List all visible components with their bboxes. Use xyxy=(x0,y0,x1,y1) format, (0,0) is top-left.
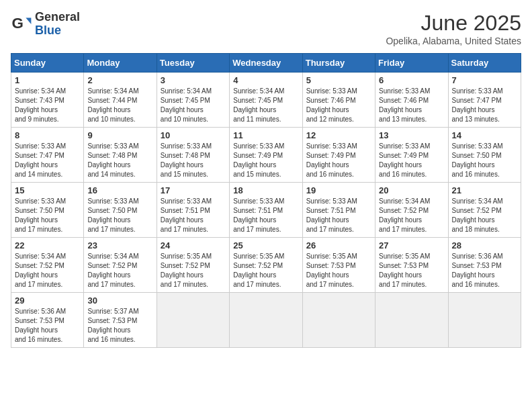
daylight-label: Daylight hours xyxy=(452,161,495,169)
week-row-4: 22 Sunrise: 5:34 AM Sunset: 7:52 PM Dayl… xyxy=(11,238,521,293)
day-number: 10 xyxy=(161,130,226,140)
day-number: 17 xyxy=(161,185,226,195)
day-info: Sunrise: 5:33 AM Sunset: 7:46 PM Dayligh… xyxy=(379,87,444,124)
week-row-5: 29 Sunrise: 5:36 AM Sunset: 7:53 PM Dayl… xyxy=(11,293,521,348)
daylight-duration: and 17 minutes. xyxy=(233,226,281,233)
day-info: Sunrise: 5:34 AM Sunset: 7:52 PM Dayligh… xyxy=(15,252,80,289)
daylight-label: Daylight hours xyxy=(15,216,58,224)
calendar-cell xyxy=(157,293,229,348)
sunset-label: Sunset: 7:46 PM xyxy=(379,97,429,104)
sunrise-label: Sunrise: 5:36 AM xyxy=(452,253,503,260)
daylight-duration: and 17 minutes. xyxy=(161,226,208,233)
weekday-header-row: SundayMondayTuesdayWednesdayThursdayFrid… xyxy=(11,54,521,73)
sunset-label: Sunset: 7:50 PM xyxy=(87,207,137,214)
sunset-label: Sunset: 7:52 PM xyxy=(87,262,137,269)
daylight-label: Daylight hours xyxy=(15,271,58,279)
sunset-label: Sunset: 7:53 PM xyxy=(379,262,429,269)
sunset-label: Sunset: 7:51 PM xyxy=(161,207,210,214)
day-number: 14 xyxy=(452,130,517,140)
calendar-cell: 7 Sunrise: 5:33 AM Sunset: 7:47 PM Dayli… xyxy=(448,73,521,128)
daylight-duration: and 17 minutes. xyxy=(15,226,62,233)
daylight-duration: and 16 minutes. xyxy=(379,171,427,178)
sunrise-label: Sunrise: 5:33 AM xyxy=(452,87,503,95)
weekday-header-thursday: Thursday xyxy=(302,54,375,73)
day-info: Sunrise: 5:33 AM Sunset: 7:51 PM Dayligh… xyxy=(233,197,298,234)
day-info: Sunrise: 5:33 AM Sunset: 7:51 PM Dayligh… xyxy=(306,197,371,234)
daylight-duration: and 16 minutes. xyxy=(87,336,135,343)
daylight-label: Daylight hours xyxy=(233,216,276,224)
daylight-duration: and 15 minutes. xyxy=(161,171,208,178)
logo-blue: Blue xyxy=(35,24,80,38)
day-info: Sunrise: 5:33 AM Sunset: 7:46 PM Dayligh… xyxy=(306,87,371,124)
sunset-label: Sunset: 7:52 PM xyxy=(161,262,210,269)
day-info: Sunrise: 5:36 AM Sunset: 7:53 PM Dayligh… xyxy=(452,252,517,289)
sunset-label: Sunset: 7:49 PM xyxy=(233,152,283,159)
calendar-cell: 28 Sunrise: 5:36 AM Sunset: 7:53 PM Dayl… xyxy=(448,238,521,293)
calendar-cell: 29 Sunrise: 5:36 AM Sunset: 7:53 PM Dayl… xyxy=(11,293,84,348)
daylight-duration: and 10 minutes. xyxy=(161,116,208,123)
sunset-label: Sunset: 7:48 PM xyxy=(161,152,210,159)
daylight-duration: and 18 minutes. xyxy=(452,226,500,233)
sunset-label: Sunset: 7:53 PM xyxy=(452,262,502,269)
daylight-duration: and 15 minutes. xyxy=(233,171,281,178)
day-number: 18 xyxy=(233,185,298,195)
day-info: Sunrise: 5:33 AM Sunset: 7:48 PM Dayligh… xyxy=(161,142,226,179)
sunrise-label: Sunrise: 5:33 AM xyxy=(233,142,284,150)
daylight-duration: and 17 minutes. xyxy=(379,281,427,288)
sunset-label: Sunset: 7:52 PM xyxy=(379,207,429,214)
day-number: 26 xyxy=(306,240,371,250)
day-number: 4 xyxy=(233,75,298,85)
calendar-cell: 8 Sunrise: 5:33 AM Sunset: 7:47 PM Dayli… xyxy=(11,128,84,183)
sunset-label: Sunset: 7:46 PM xyxy=(306,97,356,104)
logo-icon: G xyxy=(11,13,32,35)
day-info: Sunrise: 5:34 AM Sunset: 7:45 PM Dayligh… xyxy=(161,87,226,124)
daylight-duration: and 10 minutes. xyxy=(87,116,135,123)
daylight-label: Daylight hours xyxy=(15,106,58,113)
daylight-label: Daylight hours xyxy=(87,106,130,113)
day-info: Sunrise: 5:33 AM Sunset: 7:50 PM Dayligh… xyxy=(452,142,517,179)
day-number: 23 xyxy=(87,240,152,250)
location: Opelika, Alabama, United States xyxy=(386,36,521,46)
sunrise-label: Sunrise: 5:35 AM xyxy=(233,253,284,260)
daylight-duration: and 13 minutes. xyxy=(379,116,427,123)
weekday-header-monday: Monday xyxy=(84,54,157,73)
calendar-cell: 30 Sunrise: 5:37 AM Sunset: 7:53 PM Dayl… xyxy=(84,293,157,348)
month-title: June 2025 xyxy=(386,11,521,36)
day-number: 6 xyxy=(379,75,444,85)
daylight-duration: and 16 minutes. xyxy=(15,336,62,343)
sunset-label: Sunset: 7:47 PM xyxy=(15,152,64,159)
sunrise-label: Sunrise: 5:33 AM xyxy=(233,197,284,205)
daylight-duration: and 16 minutes. xyxy=(452,171,500,178)
day-info: Sunrise: 5:34 AM Sunset: 7:45 PM Dayligh… xyxy=(233,87,298,124)
week-row-3: 15 Sunrise: 5:33 AM Sunset: 7:50 PM Dayl… xyxy=(11,183,521,238)
day-info: Sunrise: 5:33 AM Sunset: 7:49 PM Dayligh… xyxy=(379,142,444,179)
sunset-label: Sunset: 7:51 PM xyxy=(306,207,356,214)
sunset-label: Sunset: 7:45 PM xyxy=(233,97,283,104)
calendar-cell: 18 Sunrise: 5:33 AM Sunset: 7:51 PM Dayl… xyxy=(230,183,302,238)
sunrise-label: Sunrise: 5:33 AM xyxy=(306,197,357,205)
day-info: Sunrise: 5:34 AM Sunset: 7:52 PM Dayligh… xyxy=(452,197,517,234)
sunrise-label: Sunrise: 5:34 AM xyxy=(87,87,138,95)
daylight-label: Daylight hours xyxy=(306,216,349,224)
sunrise-label: Sunrise: 5:34 AM xyxy=(233,87,284,95)
calendar-cell: 11 Sunrise: 5:33 AM Sunset: 7:49 PM Dayl… xyxy=(230,128,302,183)
svg-marker-1 xyxy=(26,17,31,24)
sunset-label: Sunset: 7:48 PM xyxy=(87,152,137,159)
calendar-cell: 2 Sunrise: 5:34 AM Sunset: 7:44 PM Dayli… xyxy=(84,73,157,128)
daylight-label: Daylight hours xyxy=(161,216,204,224)
sunrise-label: Sunrise: 5:33 AM xyxy=(15,142,66,150)
calendar-cell: 16 Sunrise: 5:33 AM Sunset: 7:50 PM Dayl… xyxy=(84,183,157,238)
daylight-duration: and 16 minutes. xyxy=(306,171,354,178)
weekday-header-saturday: Saturday xyxy=(448,54,521,73)
day-info: Sunrise: 5:37 AM Sunset: 7:53 PM Dayligh… xyxy=(87,307,152,345)
calendar-cell: 20 Sunrise: 5:34 AM Sunset: 7:52 PM Dayl… xyxy=(375,183,448,238)
day-info: Sunrise: 5:33 AM Sunset: 7:51 PM Dayligh… xyxy=(161,197,226,234)
day-number: 15 xyxy=(15,185,80,195)
calendar-cell: 1 Sunrise: 5:34 AM Sunset: 7:43 PM Dayli… xyxy=(11,73,84,128)
calendar-cell: 5 Sunrise: 5:33 AM Sunset: 7:46 PM Dayli… xyxy=(302,73,375,128)
daylight-duration: and 14 minutes. xyxy=(87,171,135,178)
daylight-label: Daylight hours xyxy=(233,106,276,113)
sunrise-label: Sunrise: 5:34 AM xyxy=(452,197,503,205)
logo-general: General xyxy=(35,11,80,24)
sunrise-label: Sunrise: 5:34 AM xyxy=(379,197,430,205)
